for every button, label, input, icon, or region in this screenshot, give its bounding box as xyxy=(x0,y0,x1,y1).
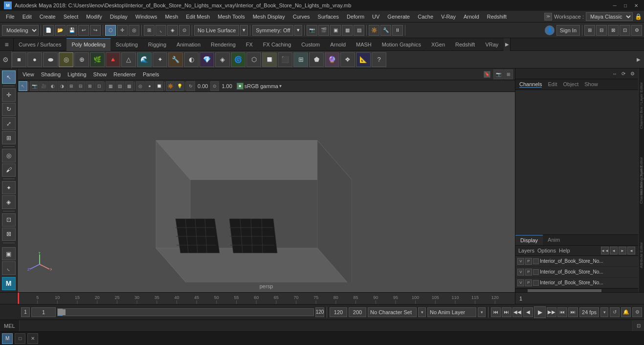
share-button-2[interactable]: ⊟ xyxy=(596,25,607,36)
tab-redshift[interactable]: Redshift xyxy=(450,38,480,51)
render-btn-1[interactable]: 🔆 xyxy=(369,25,379,36)
tab-scroll-right[interactable]: ▶ xyxy=(504,38,511,51)
shelf-icon-11[interactable]: 🔧 xyxy=(168,52,183,67)
shelf-icon-7[interactable]: 🔺 xyxy=(106,52,120,67)
cam-btn-3[interactable]: ▣ xyxy=(330,25,341,36)
soft-select-button[interactable]: ◎ xyxy=(2,149,16,162)
new-file-button[interactable]: 📄 xyxy=(43,25,54,36)
fps-dropdown[interactable]: ▾ xyxy=(600,307,608,317)
no-live-surface-button[interactable]: No Live Surface xyxy=(194,25,239,36)
move-tool-button[interactable]: ✛ xyxy=(117,25,128,36)
menu-curves[interactable]: Curves xyxy=(289,11,314,23)
snap-view-button[interactable]: ⊡ xyxy=(2,213,16,227)
layer-v-1[interactable]: V xyxy=(517,258,524,265)
transform-button[interactable]: ⊞ xyxy=(2,131,16,144)
vt-btn-8[interactable]: ⊡ xyxy=(95,81,104,91)
tab-rigging[interactable]: Rigging xyxy=(143,38,172,51)
layer-prev-btn[interactable]: ◄◄ xyxy=(601,247,609,254)
redo-button[interactable]: ↪ xyxy=(90,25,101,36)
shelf-icon-16[interactable]: ⬡ xyxy=(246,52,261,67)
tab-motion-graphics[interactable]: Motion Graphics xyxy=(377,38,426,51)
render-btn-3[interactable]: ⏸ xyxy=(392,25,403,36)
vt-btn-1[interactable]: 📷 xyxy=(30,81,39,91)
shelf-settings-button[interactable]: ⚙ xyxy=(2,51,12,69)
object-tab[interactable]: Object xyxy=(563,81,578,88)
character-set-dropdown[interactable]: ▾ xyxy=(418,307,426,317)
menu-generate[interactable]: Generate xyxy=(383,11,414,23)
taskbar-maya-button[interactable]: M xyxy=(2,333,13,344)
shelf-icon-3[interactable]: ⬬ xyxy=(43,52,58,67)
layer-back-btn[interactable]: ◄ xyxy=(610,247,618,254)
undo-button[interactable]: ↩ xyxy=(78,25,89,36)
prev-start-button[interactable]: ⏮ xyxy=(491,307,501,317)
cam-btn-5[interactable]: ▤ xyxy=(354,25,364,36)
snap-grid-button[interactable]: ⊞ xyxy=(144,25,155,36)
next-end-button[interactable]: ⏭ xyxy=(568,307,578,317)
settings-button[interactable]: ⚙ xyxy=(631,25,642,36)
current-frame-input[interactable]: 1 xyxy=(31,307,56,317)
playback-settings-button[interactable]: ⚙ xyxy=(632,307,642,317)
workspace-select[interactable]: Maya Classic xyxy=(586,12,633,21)
viewport[interactable]: View Shading Lighting Show Renderer Pane… xyxy=(18,69,515,292)
tab-curves-surfaces[interactable]: Curves / Surfaces xyxy=(14,38,67,51)
shelf-icon-13[interactable]: 💎 xyxy=(200,52,214,67)
view-menu[interactable]: View xyxy=(20,70,37,78)
share-button-4[interactable]: ⊡ xyxy=(620,25,630,36)
panels-menu[interactable]: Panels xyxy=(140,70,162,78)
vt-num-icon[interactable]: ⊙ xyxy=(210,81,219,91)
save-file-button[interactable]: 💾 xyxy=(67,25,77,36)
character-set-button[interactable]: No Character Set xyxy=(368,307,417,317)
tab-fx-caching[interactable]: FX Caching xyxy=(258,38,296,51)
select-mode-button[interactable]: ↖ xyxy=(2,70,16,84)
symmetry-dropdown[interactable]: ▾ xyxy=(294,25,302,36)
live-surface-dropdown[interactable]: ▾ xyxy=(240,25,248,36)
lighting-menu[interactable]: Lighting xyxy=(65,70,89,78)
menu-mesh[interactable]: Mesh xyxy=(161,11,182,23)
panel-icon-1[interactable]: ↔ xyxy=(611,70,619,78)
shelf-icon-21[interactable]: 🔮 xyxy=(325,52,339,67)
layer-p-1[interactable]: P xyxy=(525,258,532,265)
universal-manip-button[interactable]: ✦ xyxy=(2,181,16,194)
vt-btn-16[interactable]: 💡 xyxy=(175,81,184,91)
tab-arnold[interactable]: Arnold xyxy=(325,38,351,51)
account-avatar[interactable]: 👤 xyxy=(545,25,555,35)
menu-display[interactable]: Display xyxy=(106,11,132,23)
layer-p-3[interactable]: P xyxy=(525,279,532,286)
shelf-icon-22[interactable]: ❖ xyxy=(340,52,355,67)
menu-arnold[interactable]: Arnold xyxy=(460,11,483,23)
anim-tab[interactable]: Anim xyxy=(543,235,565,245)
share-button-1[interactable]: ⊞ xyxy=(584,25,595,36)
shelf-icon-10[interactable]: ✦ xyxy=(153,52,167,67)
move-button[interactable]: ✛ xyxy=(2,88,16,101)
menu-mesh-tools[interactable]: Mesh Tools xyxy=(214,11,248,23)
fwd-step-button[interactable]: ▶▶ xyxy=(547,307,556,317)
color-space-dropdown[interactable]: ▾ xyxy=(279,83,282,89)
shelf-icon-15[interactable]: 🌀 xyxy=(231,52,245,67)
menu-select[interactable]: Select xyxy=(60,11,83,23)
edit-tab[interactable]: Edit xyxy=(548,81,557,88)
vt-btn-13[interactable]: ● xyxy=(145,81,154,91)
menu-vray[interactable]: V-Ray xyxy=(437,11,460,23)
back-step-button[interactable]: ◀ xyxy=(523,307,533,317)
vt-btn-5[interactable]: ⊞ xyxy=(67,81,76,91)
shelf-icon-5[interactable]: ⊕ xyxy=(74,52,89,67)
vt-btn-12[interactable]: ◎ xyxy=(136,81,145,91)
menu-edit[interactable]: Edit xyxy=(19,11,36,23)
viewport-canvas[interactable]: X Y Z persp xyxy=(18,92,515,292)
share-button-3[interactable]: ⊠ xyxy=(608,25,619,36)
menu-deform[interactable]: Deform xyxy=(343,11,368,23)
help-menu[interactable]: Help xyxy=(559,248,570,253)
mel-script-editor-button[interactable]: ⊡ xyxy=(632,320,644,332)
taskbar-min-button[interactable]: □ xyxy=(15,333,25,344)
open-file-button[interactable]: 📂 xyxy=(55,25,66,36)
timeline-ruler[interactable]: 5 10 15 20 25 30 35 40 45 50 5 xyxy=(18,293,515,304)
menu-mesh-display[interactable]: Mesh Display xyxy=(249,11,289,23)
anim-layer-button[interactable]: No Anim Layer xyxy=(427,307,476,317)
minimize-button[interactable]: ─ xyxy=(611,1,619,9)
audio-button[interactable]: 🔔 xyxy=(621,307,631,317)
paint-button[interactable]: 🖌 xyxy=(2,163,16,177)
shelf-icon-23[interactable]: 📐 xyxy=(356,52,371,67)
layers-menu[interactable]: Layers xyxy=(518,248,534,253)
vt-select[interactable]: ↖ xyxy=(19,81,27,91)
cam-btn-4[interactable]: ▦ xyxy=(342,25,353,36)
